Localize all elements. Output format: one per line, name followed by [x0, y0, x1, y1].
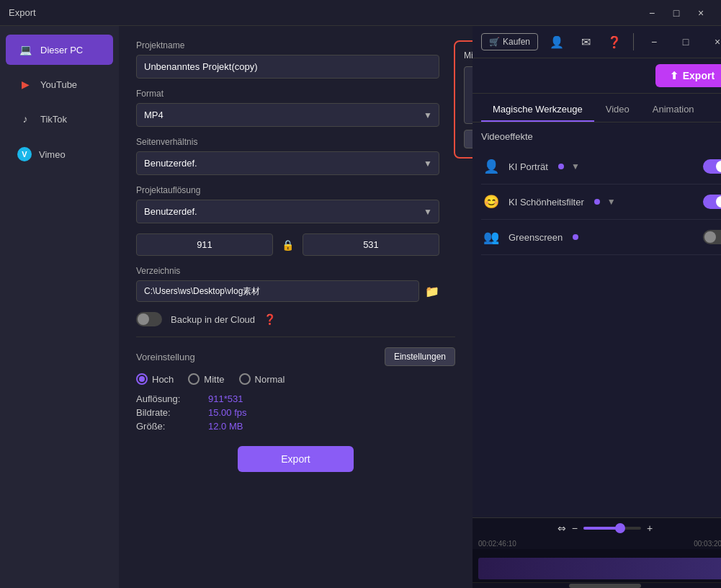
seitenverhaeltnis-select-wrapper: Benutzerdef. 16:9 4:3 1:1 ▼ — [136, 151, 439, 175]
groesse-value: 12.0 MB — [208, 421, 455, 432]
width-input[interactable]: 911 — [136, 233, 273, 256]
radio-normal[interactable]: Normal — [239, 373, 285, 385]
bottom-export-row: Export — [136, 446, 455, 472]
top-right-bar: 🛒 Kaufen 👤 ✉ ❓ − □ × — [473, 26, 721, 58]
computer-icon: 💻 — [17, 43, 33, 56]
minimize-button[interactable]: − — [640, 3, 663, 23]
zoom-slider-fill — [583, 527, 618, 530]
user-icon-button[interactable]: 👤 — [547, 32, 567, 52]
zoom-out-button[interactable]: − — [572, 522, 578, 534]
seitenverhaeltnis-select[interactable]: Benutzerdef. 16:9 4:3 1:1 — [136, 151, 439, 175]
effect-left-ki-schoenheitsfilter: 😊 KI Schönheitsfilter ▼ — [481, 192, 616, 212]
greenscreen-icon: 👥 — [481, 227, 501, 247]
radio-dot-hoch — [139, 376, 145, 382]
scrollbar-thumb — [569, 584, 641, 588]
export-top-row: ⬆ Export — [473, 58, 721, 94]
sidebar-item-dieser-pc[interactable]: 💻 Dieser PC — [6, 35, 113, 65]
seitenverhaeltnis-label: Seitenverhältnis — [136, 137, 439, 147]
projektaufloesung-select[interactable]: Benutzerdef. 1920×1080 1280×720 — [136, 200, 439, 223]
buy-button[interactable]: 🛒 Kaufen — [481, 33, 538, 50]
close-button[interactable]: × — [689, 3, 712, 23]
radio-hoch[interactable]: Hoch — [136, 373, 174, 385]
export-main-button[interactable]: Export — [238, 446, 353, 472]
export-top-label: Export — [683, 70, 715, 81]
radio-circle-hoch — [136, 373, 148, 385]
help-question-button[interactable]: ❓ — [604, 32, 624, 52]
tab-animation[interactable]: Animation — [641, 98, 706, 122]
sidebar: 💻 Dieser PC ▶ YouTube ♪ TikTok V Vimeo — [0, 26, 119, 588]
projektaufloesung-label: Projektauflösung — [136, 185, 439, 195]
effect-row-ki-schoenheitsfilter: 😊 KI Schönheitsfilter ▼ — [481, 184, 721, 220]
ki-portraet-badge — [558, 164, 564, 169]
right-minimize-button[interactable]: − — [642, 32, 666, 52]
radio-group: Hoch Mitte Normal — [136, 373, 455, 385]
ki-schoenheitsfilter-badge — [594, 199, 600, 205]
projektname-input[interactable] — [136, 55, 439, 79]
zoom-in-button[interactable]: + — [647, 522, 653, 534]
timeline-controls: ⇔ − + — [473, 518, 721, 538]
ki-schoenheitsfilter-icon: 😊 — [481, 192, 501, 212]
radio-circle-mitte — [188, 373, 200, 385]
timestamp-end: 00:03:20:00 — [694, 540, 721, 548]
browse-folder-button[interactable]: 📁 — [425, 285, 439, 298]
help-icon[interactable]: ❓ — [264, 313, 276, 325]
greenscreen-toggle[interactable] — [703, 230, 721, 244]
greenscreen-toggle-knob — [704, 231, 716, 243]
backup-row: Backup in der Cloud ❓ — [136, 312, 439, 326]
sidebar-item-label-tiktok: TikTok — [40, 114, 67, 125]
timestamp-start: 00:02:46:10 — [478, 540, 516, 548]
format-group: Format MP4 AVI MOV MKV ▼ — [136, 89, 439, 127]
projektname-label: Projektname — [136, 40, 439, 50]
ki-schoenheitsfilter-toggle[interactable] — [703, 195, 721, 209]
vimeo-icon: V — [17, 147, 32, 161]
timeline-area: ⇔ − + 00:02:46:10 00:03:20:00 — [473, 517, 721, 582]
cart-icon: 🛒 — [489, 37, 500, 47]
title-text: Export — [9, 7, 36, 18]
mail-icon-button[interactable]: ✉ — [576, 32, 596, 52]
projektname-group: Projektname — [136, 40, 439, 79]
backup-label: Backup in der Cloud — [171, 314, 255, 325]
backup-toggle-knob — [138, 313, 149, 325]
lock-icon: 🔒 — [282, 239, 294, 251]
export-top-button[interactable]: ⬆ Export — [655, 64, 721, 87]
preset-section: Voreinstellung Einstellungen Hoch Mitte — [136, 347, 455, 432]
thumbnail-preview: ✏️ — [464, 66, 473, 124]
tiktok-icon: ♪ — [17, 112, 33, 125]
tab-magische-werkzeuge[interactable]: Magische Werkzeuge — [481, 98, 594, 122]
backup-toggle[interactable] — [136, 312, 162, 326]
sidebar-item-youtube[interactable]: ▶ YouTube — [6, 69, 113, 99]
dimensions-group: 911 🔒 531 — [136, 233, 439, 256]
bildrate-value: 15.00 fps — [208, 407, 455, 418]
ki-portraet-toggle[interactable] — [703, 159, 721, 174]
fit-screen-button[interactable]: ⇔ — [557, 522, 566, 534]
thumbnail-edit-button[interactable]: Bearbeiten — [464, 130, 473, 148]
sidebar-item-vimeo[interactable]: V Vimeo — [6, 138, 113, 170]
radio-label-mitte: Mitte — [204, 374, 224, 385]
projektaufloesung-select-wrapper: Benutzerdef. 1920×1080 1280×720 ▼ — [136, 200, 439, 223]
right-panel: 🛒 Kaufen 👤 ✉ ❓ − □ × ⬆ Export Magische W… — [473, 26, 721, 588]
einstellungen-button[interactable]: Einstellungen — [385, 347, 455, 366]
bottom-scrollbar[interactable] — [473, 582, 721, 588]
form-left: Projektname Format MP4 AVI MOV MKV — [136, 40, 439, 326]
verzeichnis-input[interactable] — [136, 280, 419, 302]
height-input[interactable]: 531 — [303, 233, 439, 256]
thumbnail-label: Miniaturansicht: — [464, 50, 473, 61]
format-select[interactable]: MP4 AVI MOV MKV — [136, 103, 439, 127]
timeline-track — [473, 549, 721, 582]
videoeffekte-title: Videoeffekte — [481, 131, 721, 142]
right-maximize-button[interactable]: □ — [674, 32, 697, 52]
greenscreen-badge — [573, 234, 578, 240]
right-tabs: Magische Werkzeuge Video Animation — [473, 94, 721, 122]
vertical-divider — [633, 33, 634, 50]
radio-mitte[interactable]: Mitte — [188, 373, 224, 385]
greenscreen-name: Greenscreen — [509, 232, 563, 243]
right-close-button[interactable]: × — [706, 32, 721, 52]
effects-section: Videoeffekte 👤 KI Porträt ▼ 😊 KI Schönhe… — [473, 122, 721, 517]
maximize-button[interactable]: □ — [665, 3, 688, 23]
dir-row: 📁 — [136, 280, 439, 302]
groesse-label: Größe: — [136, 421, 208, 432]
sidebar-item-tiktok[interactable]: ♪ TikTok — [6, 104, 113, 134]
tab-video[interactable]: Video — [594, 98, 641, 122]
zoom-slider[interactable] — [583, 527, 641, 530]
effect-row-greenscreen: 👥 Greenscreen — [481, 220, 721, 255]
